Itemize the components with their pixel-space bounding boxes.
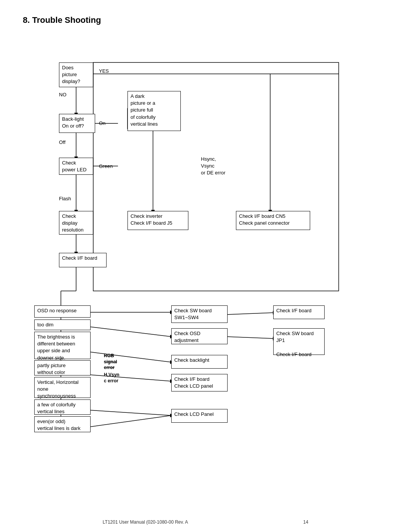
check-if-board-top-box: Check I/F board bbox=[59, 253, 107, 267]
check-if-board-r1-box: Check I/F board bbox=[273, 305, 325, 319]
check-display-resolution-box: Checkdisplayresolution bbox=[59, 211, 93, 235]
hsync-label: Hsync,Vsyncor DE error bbox=[201, 156, 225, 177]
svg-line-30 bbox=[89, 415, 171, 427]
does-picture-box: Doespicturedisplay? bbox=[59, 62, 93, 87]
footer-text: LT1201 User Manual (020-1080-00 Rev. A bbox=[103, 519, 188, 525]
too-dim-box: too dim bbox=[34, 320, 91, 330]
backlight-on-off-box: Back-lightOn or off? bbox=[59, 114, 95, 133]
svg-line-22 bbox=[89, 327, 171, 337]
check-sw-board-box: Check SW boardSW1~SW4 bbox=[171, 305, 228, 323]
svg-line-33 bbox=[226, 337, 274, 339]
svg-line-28 bbox=[89, 410, 171, 415]
diagram: Doespicturedisplay? Back-lightOn or off?… bbox=[23, 32, 381, 508]
dark-picture-box: A darkpicture or apicture fullof colorfu… bbox=[127, 91, 181, 131]
svg-line-31 bbox=[226, 313, 274, 315]
even-odd-box: even(or odd)vertical lines is dark bbox=[34, 416, 91, 432]
check-if-cn5-box: Check I/F board CN5Check panel connector bbox=[236, 211, 310, 230]
page-title: 8. Trouble Shooting bbox=[23, 15, 388, 25]
colorfully-vertical-box: a few of colorfullyvertical lines bbox=[34, 399, 91, 415]
flash-label: Flash bbox=[59, 196, 71, 201]
check-if-lcd-box: Check I/F boardCheck LCD panel bbox=[171, 374, 228, 391]
check-backlight-box: Check backlight bbox=[171, 355, 228, 369]
svg-line-26 bbox=[89, 375, 171, 381]
on-label: On bbox=[99, 120, 105, 126]
svg-line-24 bbox=[89, 352, 171, 362]
footer-page: 14 bbox=[303, 519, 308, 525]
brightness-diff-box: The brightness isdifferent betweenupper … bbox=[34, 332, 91, 359]
flowchart-arrows bbox=[23, 32, 381, 508]
green-label: Green bbox=[99, 163, 113, 169]
footer: LT1201 User Manual (020-1080-00 Rev. A 1… bbox=[23, 519, 388, 525]
partly-picture-box: partly picturewithout color bbox=[34, 360, 91, 375]
check-inverter-box: Check inverterCheck I/F board J5 bbox=[127, 211, 188, 230]
check-power-led-box: Checkpower LED bbox=[59, 158, 93, 175]
check-sw-jp1-box: Check SW board JP1Check I/F board bbox=[273, 328, 325, 355]
vertical-horiz-box: Vertical, Horizontalnonesynchronousness bbox=[34, 377, 91, 398]
no-label: NO bbox=[59, 92, 67, 97]
yes-label: YES bbox=[99, 68, 109, 74]
check-osd-box: Check OSDadjustment bbox=[171, 328, 228, 344]
osd-no-response-box: OSD no response bbox=[34, 305, 91, 318]
check-lcd-panel-box: Check LCD Panel bbox=[171, 409, 228, 423]
hvsync-error-label: H,Vsync error bbox=[104, 372, 119, 384]
off-label: Off bbox=[59, 139, 65, 145]
rgb-signal-label: RGBsignalerror bbox=[104, 353, 117, 371]
